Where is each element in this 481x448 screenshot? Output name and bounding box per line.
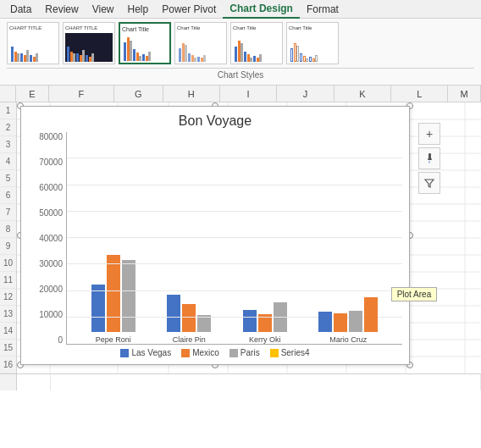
paintbrush-icon — [423, 152, 435, 164]
legend-label-mx: Mexico — [192, 348, 219, 357]
chart-style-4[interactable]: Chart Title — [174, 22, 227, 64]
chart-style-5[interactable]: Chart Title — [230, 22, 283, 64]
bar-kerry-lv — [243, 310, 257, 332]
mini-chart-5 — [233, 33, 280, 62]
chart-styles-button[interactable] — [418, 147, 440, 169]
chart-title: Bon Voyage — [28, 113, 402, 129]
col-L: L — [391, 86, 448, 102]
bar-mario-mx — [334, 313, 347, 332]
chart-wrapper: Bon Voyage 80000 70000 60000 50000 40000… — [20, 106, 410, 365]
svg-rect-24 — [428, 158, 432, 160]
chart-style-1[interactable]: CHART TITLE — [7, 22, 59, 64]
y-label-20000: 20000 — [39, 285, 63, 294]
y-label-40000: 40000 — [39, 234, 63, 243]
col-K: K — [334, 86, 391, 102]
legend-pa: Paris — [229, 348, 260, 357]
cells-area: Bon Voyage 80000 70000 60000 50000 40000… — [17, 102, 481, 373]
bottom-cells — [0, 373, 481, 390]
legend-label-lv: Las Vegas — [131, 348, 171, 357]
bar-label-pepe: Pepe Roni — [96, 335, 131, 344]
legend-swatch-lv — [120, 349, 129, 357]
row-nums: 1 2 3 4 5 6 7 8 9 10 11 12 13 14 15 16 — [0, 102, 17, 373]
thumb-title-1: CHART TITLE — [9, 25, 41, 30]
legend-swatch-pa — [229, 349, 238, 357]
col-F: F — [49, 86, 114, 102]
col-I: I — [220, 86, 277, 102]
col-headers: E F G H I J K L M — [0, 86, 481, 102]
bar-group-pepe: Pepe Roni — [91, 255, 135, 344]
menu-view[interactable]: View — [86, 1, 121, 18]
thumb-title-5: Chart Title — [233, 25, 256, 30]
bar-pepe-pa — [122, 260, 135, 332]
legend-lv: Las Vegas — [120, 348, 171, 357]
chart-filters-button[interactable] — [418, 172, 440, 194]
mini-chart-1 — [9, 33, 57, 62]
menu-help[interactable]: Help — [121, 1, 156, 18]
menu-chartdesign[interactable]: Chart Design — [223, 0, 300, 19]
svg-rect-23 — [428, 153, 431, 159]
mini-chart-2 — [65, 33, 113, 62]
legend-label-s4: Series4 — [281, 348, 310, 357]
bar-claire-lv — [167, 295, 180, 332]
menu-bar: Data Review View Help Power Pivot Chart … — [0, 0, 481, 19]
bars-mario — [318, 297, 378, 332]
col-M: M — [448, 86, 481, 102]
row-area: 1 2 3 4 5 6 7 8 9 10 11 12 13 14 15 16 — [0, 102, 481, 373]
mini-chart-3 — [122, 32, 168, 61]
bar-mario-pa — [349, 311, 362, 332]
menu-powerpivot[interactable]: Power Pivot — [155, 1, 223, 18]
bar-claire-mx — [182, 304, 196, 332]
ribbon-section-label: Chart Styles — [7, 68, 474, 80]
legend-label-pa: Paris — [240, 348, 260, 357]
chart-style-2[interactable]: CHART TITLE — [63, 22, 115, 64]
y-label-80000: 80000 — [39, 132, 63, 141]
y-label-60000: 60000 — [39, 183, 63, 192]
mini-chart-4 — [177, 33, 224, 62]
menu-format[interactable]: Format — [300, 1, 346, 18]
bar-pepe-mx — [107, 255, 120, 332]
chart-plot: Pepe Roni Cl — [66, 132, 402, 345]
mini-chart-6 — [289, 33, 336, 62]
thumb-title-4: Chart Title — [177, 25, 200, 30]
col-E: E — [16, 86, 49, 102]
y-label-30000: 30000 — [39, 259, 63, 268]
menu-data[interactable]: Data — [3, 1, 38, 18]
bar-groups: Pepe Roni Cl — [67, 132, 402, 344]
thumb-title-3: Chart Title — [122, 26, 149, 32]
chart-floating-buttons: + — [418, 123, 440, 194]
col-H: H — [163, 86, 220, 102]
bar-label-kerry: Kerry Oki — [249, 335, 281, 344]
plot-area-label: Plot Area — [391, 287, 438, 301]
col-G: G — [114, 86, 163, 102]
chart-style-6[interactable]: Chart Title — [286, 22, 339, 64]
bar-group-kerry: Kerry Oki — [243, 302, 287, 344]
bars-pepe — [91, 255, 135, 332]
y-label-0: 0 — [58, 335, 63, 345]
bar-claire-pa — [197, 315, 211, 332]
chart-style-3[interactable]: Chart Title — [119, 22, 171, 64]
bar-mario-s4 — [364, 297, 378, 332]
y-axis: 80000 70000 60000 50000 40000 30000 2000… — [28, 132, 66, 345]
menu-review[interactable]: Review — [38, 1, 85, 18]
legend-swatch-mx — [181, 349, 190, 357]
thumb-title-6: Chart Title — [289, 25, 312, 30]
chart-styles-row: CHART TITLE CHART TITLE Chart Title — [7, 22, 474, 64]
chart[interactable]: Bon Voyage 80000 70000 60000 50000 40000… — [20, 106, 410, 365]
chart-inner: Bon Voyage 80000 70000 60000 50000 40000… — [21, 107, 409, 364]
legend-mx: Mexico — [181, 348, 219, 357]
legend-swatch-s4 — [270, 349, 279, 357]
ribbon: CHART TITLE CHART TITLE Chart Title — [0, 19, 481, 86]
bar-group-mario: Mario Cruz Plot Area — [318, 297, 378, 344]
y-label-70000: 70000 — [39, 158, 63, 167]
thumb-title-2: CHART TITLE — [65, 25, 97, 30]
add-chart-element-button[interactable]: + — [418, 123, 440, 145]
chart-legend: Las Vegas Mexico Paris — [28, 345, 402, 357]
col-J: J — [277, 86, 334, 102]
bar-label-claire: Claire Pin — [173, 335, 206, 344]
filter-icon — [423, 177, 435, 189]
y-label-10000: 10000 — [39, 310, 63, 319]
bar-pepe-lv — [91, 285, 105, 332]
bar-mario-lv — [318, 312, 332, 332]
chart-body: 80000 70000 60000 50000 40000 30000 2000… — [28, 132, 402, 345]
bars-claire — [167, 295, 211, 332]
